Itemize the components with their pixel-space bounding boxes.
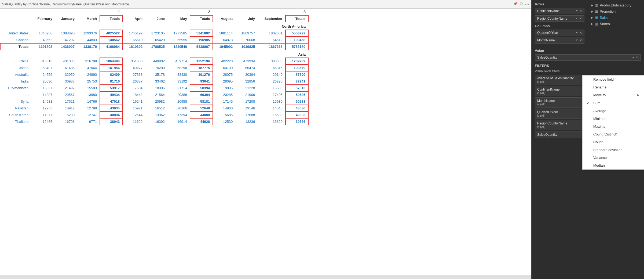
q3-cell-3: 59686 (286, 91, 308, 98)
q3-cell-2: 29140 (258, 71, 285, 78)
q3-cell-1: 17688 (235, 112, 258, 118)
context-menu-item-sum[interactable]: ✓ Sum (583, 99, 644, 107)
columns-field-name: QuarterOfYear (537, 31, 576, 35)
q1-cell-1: 30933 (55, 78, 77, 85)
value-close-icon[interactable]: ✕ (636, 56, 638, 59)
q2-cell-1: 16512 (145, 105, 167, 112)
q3-cell-3: 87241 (286, 78, 308, 85)
data-table: 1 2 3 February January March Totals Apri… (0, 9, 309, 125)
q2-cell-1: 70200 (145, 65, 167, 71)
right-panel: Rows ContinentName ▾ ✕ RegionCountryName… (531, 0, 644, 279)
q3-cell-1: 66474 (235, 65, 258, 71)
q2-cell-3: 52649 (190, 105, 213, 112)
rows-field-pill[interactable]: ContinentName ▾ ✕ (535, 8, 584, 14)
q2-cell-3: 187775 (190, 65, 213, 71)
month-header-row: February January March Totals April June… (0, 15, 308, 22)
q1-cell-1: 47207 (55, 37, 77, 43)
context-menu-item-count[interactable]: Count (583, 138, 644, 146)
columns-field-pill[interactable]: MonthName ▾ ✕ (535, 37, 584, 44)
value-label: Value (535, 49, 641, 53)
context-menu-item-minimum[interactable]: Minimum (583, 115, 644, 123)
q2-cell-3: 5241882 (190, 30, 213, 37)
q3-cell-1: 70068 (235, 37, 258, 43)
context-menu-item-variance[interactable]: Variance (583, 154, 644, 162)
context-menu-item-maximum[interactable]: Maximum (583, 123, 644, 130)
tree-item-stores[interactable]: ▶ ▦ Stores (591, 21, 641, 27)
q2-cell-0: 1810802 (123, 43, 145, 50)
q2-cell-3: 93041 (190, 78, 213, 85)
horizontal-scrollbar[interactable] (0, 275, 531, 279)
q3-cell-3: 49003 (286, 112, 308, 118)
q1-cell-1: 20567 (55, 91, 77, 98)
dropdown-icon[interactable]: ▾ (576, 38, 578, 42)
group-label: North America (0, 22, 308, 30)
x-btn[interactable]: ✕ (579, 31, 582, 35)
context-menu-item-move-to[interactable]: Move to (583, 91, 644, 99)
x-btn[interactable]: ✕ (579, 38, 582, 42)
table-icon: ▦ (595, 3, 598, 7)
dropdown-icon[interactable]: ▾ (576, 9, 578, 13)
more-icon[interactable]: ⋯ (525, 2, 529, 7)
menu-item-label: Move to (593, 93, 606, 97)
q1-cell-1: 17621 (55, 98, 77, 105)
value-dropdown-icon[interactable]: ▾ (632, 56, 634, 59)
table-container[interactable]: 1 2 3 February January March Totals Apri… (0, 9, 531, 275)
q3-cell-0: 28075 (213, 71, 235, 78)
rows-fields: ContinentName ▾ ✕ RegionCountryName ▾ ✕ (535, 8, 584, 22)
menu-item-label: Average (593, 109, 606, 113)
q2-cell-1: 440802 (145, 58, 167, 65)
context-menu-item-rename[interactable]: Rename (583, 83, 644, 91)
q3-cell-2: 16580 (258, 85, 285, 91)
q3-cell-2: 1867363 (258, 43, 285, 50)
group-label: Asia (0, 50, 308, 58)
tree-item-promotion[interactable]: ▶ ▦ Promotion (591, 8, 641, 15)
q3-cell-1: 13236 (235, 118, 258, 125)
columns-field-pill[interactable]: QuarterOfYear ▾ ✕ (535, 30, 584, 36)
menu-item-label: Median (593, 163, 605, 167)
context-menu-item-count-(distinct)[interactable]: Count (Distinct) (583, 130, 644, 138)
dropdown-icon[interactable]: ▾ (576, 31, 578, 35)
q2-cell-1: 18996 (145, 85, 167, 91)
q2-cell-0: 16241 (123, 98, 145, 105)
q3-cell-0: 1881114 (213, 30, 235, 37)
q2-cell-0: 17684 (123, 85, 145, 91)
context-menu-item-standard-deviation[interactable]: Standard deviation (583, 146, 644, 154)
x-btn[interactable]: ✕ (579, 17, 582, 20)
q2-cell-0: 27668 (123, 71, 145, 78)
rows-field-pill[interactable]: RegionCountryName ▾ ✕ (535, 15, 584, 22)
pin-icon[interactable]: 📌 (513, 2, 518, 7)
q3-cell-2: 13820 (258, 118, 285, 125)
x-btn[interactable]: ✕ (579, 9, 582, 13)
q3-cell-3: 5753180 (286, 43, 308, 50)
context-menu-item-average[interactable]: Average (583, 107, 644, 115)
q2-cell-1: 33462 (145, 78, 167, 85)
q1-cell-0: 14887 (31, 91, 55, 98)
row-label: Iran (0, 91, 31, 98)
value-field-pill[interactable]: SalesQuantity ▾ ✕ (535, 54, 641, 61)
q1-cell-2: 25753 (77, 78, 100, 85)
context-menu-item-median[interactable]: Median (583, 162, 644, 169)
q3-cell-2: 15630 (258, 112, 285, 118)
q2-cell-3: 196985 (190, 37, 213, 43)
q1-cell-0: 24659 (31, 71, 55, 78)
tree-item-productsubcategory[interactable]: ▶ ▦ ProductSubcategory (591, 2, 641, 8)
expand-icon[interactable]: ⊡ (520, 2, 523, 7)
q2-cell-0: 15971 (123, 105, 145, 112)
q3-cell-2: 66315 (258, 65, 285, 71)
feb-header: February (31, 15, 55, 22)
dropdown-icon[interactable]: ▾ (576, 17, 578, 20)
q3-cell-0: 14900 (213, 105, 235, 112)
q3-totals-header: Totals (286, 15, 308, 22)
context-menu-item-remove-field[interactable]: Remove field (583, 76, 644, 83)
q2-header: 2 (123, 9, 213, 15)
q1-cell-1: 18912 (55, 105, 77, 112)
q2-cell-0: 18442 (123, 91, 145, 98)
q1-cell-0: 1343256 (31, 30, 55, 37)
quarter-header-row: 1 2 3 (0, 9, 308, 15)
row-label: Thailand (0, 118, 31, 125)
row-label: Australia (0, 71, 31, 78)
q3-cell-0: 1945992 (213, 43, 235, 50)
q1-cell-1: 15280 (55, 112, 77, 118)
aug-header: August (213, 15, 235, 22)
tree-item-sales[interactable]: ▶ ▦ Sales (591, 15, 641, 21)
